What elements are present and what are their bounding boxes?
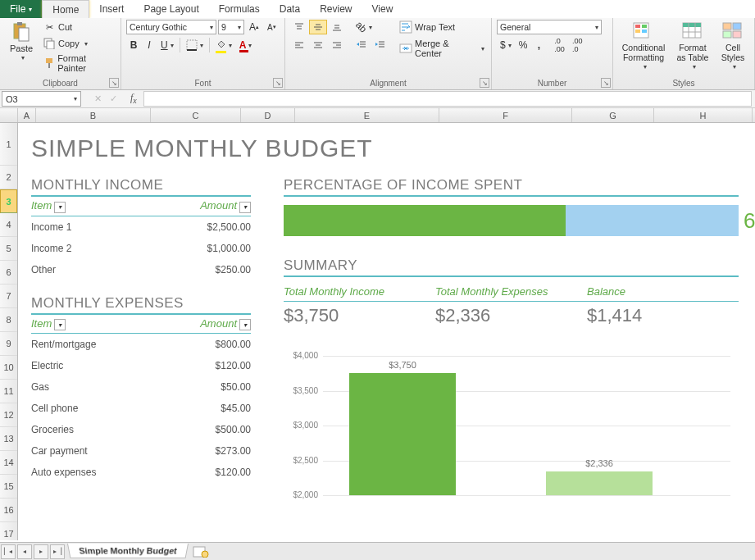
row-header[interactable]: 6	[0, 261, 17, 285]
copy-button[interactable]: Copy▾	[41, 36, 116, 51]
tab-page-layout[interactable]: Page Layout	[134, 0, 208, 18]
align-center-button[interactable]	[309, 38, 327, 52]
row-header[interactable]: 14	[0, 451, 17, 475]
format-as-table-button[interactable]: Format as Table▾	[672, 20, 713, 72]
conditional-formatting-button[interactable]: Conditional Formatting▾	[618, 20, 669, 72]
col-header[interactable]: B	[36, 108, 151, 122]
name-box[interactable]: O3▾	[2, 91, 81, 107]
sheet-nav-prev[interactable]: ◂	[17, 544, 32, 559]
border-button[interactable]: ▾	[183, 38, 207, 52]
row-header[interactable]: 11	[0, 380, 17, 403]
tab-home[interactable]: Home	[42, 0, 89, 18]
table-row[interactable]: Cell phone$45.00	[31, 398, 251, 419]
percent-button[interactable]: %	[516, 38, 531, 52]
col-header[interactable]: G	[572, 108, 654, 122]
worksheet[interactable]: SIMPLE MONTHLY BUDGET MONTHLY INCOME Ite…	[18, 123, 755, 540]
table-row[interactable]: Groceries$500.00	[31, 419, 251, 440]
table-row[interactable]: Income 2$1,000.00	[31, 238, 251, 259]
italic-button[interactable]: I	[142, 38, 157, 52]
decrease-decimal-button[interactable]: .00.0	[569, 38, 586, 52]
row-header[interactable]: 17	[0, 522, 17, 540]
filter-button[interactable]: ▾	[54, 319, 66, 330]
font-color-button[interactable]: A▾	[236, 38, 256, 52]
filter-button[interactable]: ▾	[54, 202, 66, 213]
increase-indent-button[interactable]	[371, 38, 389, 52]
row-header[interactable]: 1	[0, 123, 17, 166]
tab-review[interactable]: Review	[310, 0, 362, 18]
shrink-font-button[interactable]: A▾	[264, 20, 280, 34]
col-header[interactable]: H	[654, 108, 753, 122]
align-bottom-button[interactable]	[328, 20, 346, 34]
row-header[interactable]: 10	[0, 356, 17, 380]
paste-button[interactable]: Paste▾	[5, 20, 38, 63]
tab-insert[interactable]: Insert	[89, 0, 134, 18]
wrap-text-button[interactable]: Wrap Text	[398, 20, 486, 34]
col-header[interactable]: D	[241, 108, 295, 122]
comma-button[interactable]: ,	[531, 38, 546, 52]
row-header[interactable]: 12	[0, 403, 17, 427]
table-row[interactable]: Gas$50.00	[31, 376, 251, 398]
row-header[interactable]: 9	[0, 332, 17, 356]
decrease-indent-button[interactable]	[352, 38, 371, 52]
select-all-corner[interactable]	[0, 108, 18, 122]
row-header[interactable]: 16	[0, 499, 17, 522]
chart-data-label: $2,336	[546, 458, 653, 468]
table-row[interactable]: Other$250.00	[31, 259, 251, 280]
align-right-button[interactable]	[328, 38, 346, 52]
col-header[interactable]: A	[18, 108, 36, 122]
axis-tick: $3,500	[284, 386, 318, 395]
number-launcher[interactable]: ↘	[601, 78, 611, 88]
bold-button[interactable]: B	[126, 38, 141, 52]
orientation-button[interactable]: ab▾	[352, 20, 375, 34]
merge-center-button[interactable]: Merge & Center▾	[398, 38, 486, 59]
sheet-tab[interactable]: Simple Monthly Budget	[67, 544, 189, 558]
number-format-select[interactable]: General▾	[497, 20, 602, 34]
tab-formulas[interactable]: Formulas	[209, 0, 270, 18]
sheet-nav-last[interactable]: ▸▕	[50, 544, 65, 559]
row-header[interactable]: 15	[0, 475, 17, 499]
align-middle-button[interactable]	[309, 20, 327, 34]
row-header[interactable]: 7	[0, 285, 17, 308]
col-header[interactable]: C	[151, 108, 241, 122]
tab-view[interactable]: View	[362, 0, 403, 18]
sheet-nav-next[interactable]: ▸	[34, 544, 48, 559]
table-row[interactable]: Electric$120.00	[31, 355, 251, 376]
font-name-select[interactable]: Century Gothic▾	[126, 20, 216, 34]
sheet-nav-first[interactable]: ▏◂	[1, 544, 16, 559]
font-size-select[interactable]: 9▾	[218, 20, 244, 34]
tab-data[interactable]: Data	[270, 0, 310, 18]
row-header[interactable]: 4	[0, 213, 17, 237]
row-header[interactable]: 5	[0, 237, 17, 261]
row-header[interactable]: 3	[0, 189, 17, 213]
file-tab[interactable]: File▾	[0, 0, 42, 18]
new-sheet-button[interactable]	[192, 545, 210, 558]
grow-font-button[interactable]: A▴	[246, 20, 262, 34]
table-row[interactable]: Income 1$2,500.00	[31, 216, 251, 238]
increase-decimal-button[interactable]: .0.00	[551, 38, 568, 52]
row-header[interactable]: 8	[0, 308, 17, 332]
table-row[interactable]: Car payment$273.00	[31, 440, 251, 462]
col-header[interactable]: F	[439, 108, 572, 122]
row-header[interactable]: 2	[0, 166, 17, 189]
fx-icon[interactable]: fx	[130, 92, 137, 105]
align-top-button[interactable]	[290, 20, 308, 34]
cell-styles-button[interactable]: Cell Styles▾	[716, 20, 749, 72]
table-row[interactable]: Auto expenses$120.00	[31, 462, 251, 483]
underline-button[interactable]: U▾	[157, 38, 177, 52]
row-header[interactable]: 13	[0, 427, 17, 451]
table-row[interactable]: Rent/mortgage$800.00	[31, 334, 251, 355]
filter-button[interactable]: ▾	[239, 319, 251, 330]
currency-button[interactable]: $▾	[497, 38, 515, 52]
align-left-button[interactable]	[290, 38, 308, 52]
clipboard-launcher[interactable]: ↘	[109, 78, 119, 88]
svg-rect-1	[17, 22, 22, 25]
format-painter-button[interactable]: Format Painter	[41, 52, 116, 74]
filter-button[interactable]: ▾	[239, 202, 251, 213]
fill-color-button[interactable]: ▾	[212, 38, 235, 52]
formula-input[interactable]	[143, 91, 752, 107]
alignment-launcher[interactable]: ↘	[480, 78, 489, 88]
font-launcher[interactable]: ↘	[273, 78, 283, 88]
col-header[interactable]: E	[295, 108, 439, 122]
cut-button[interactable]: ✂Cut	[41, 20, 116, 34]
income-col-item: Item	[31, 199, 52, 212]
